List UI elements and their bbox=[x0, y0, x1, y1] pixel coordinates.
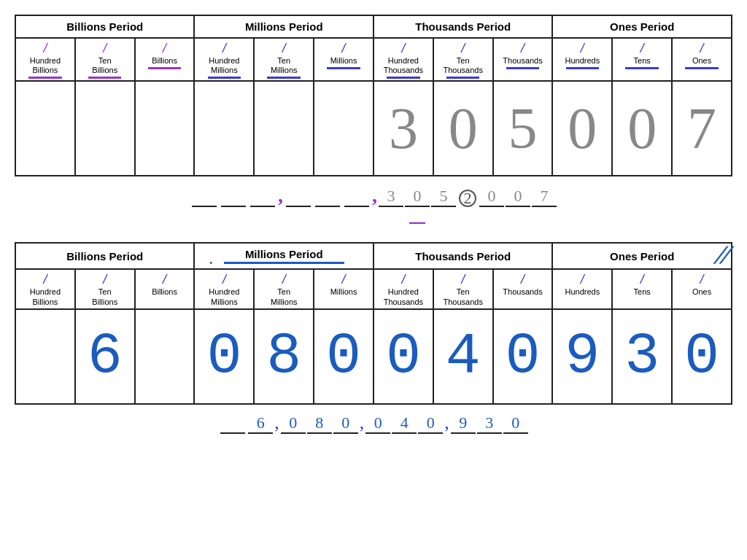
blank-3 bbox=[250, 206, 275, 207]
val-t-1: 5 bbox=[493, 81, 553, 176]
val-tm-1 bbox=[254, 81, 314, 176]
written-0b: 0 bbox=[479, 187, 504, 207]
tick-m-1: / bbox=[316, 42, 371, 55]
table2-section: Billions Period Millions Period • Thousa… bbox=[15, 242, 732, 404]
thousands-period-header-2: Thousands Period bbox=[374, 243, 552, 269]
purple-dash: — bbox=[102, 213, 732, 232]
written-5: 5 bbox=[431, 187, 456, 207]
val-m-1 bbox=[314, 81, 374, 176]
val-hm-1 bbox=[194, 81, 254, 176]
millions-header-2: / Millions bbox=[314, 269, 374, 308]
ten-millions-header-2: / TenMillions bbox=[254, 269, 314, 308]
blank-2-1 bbox=[220, 432, 245, 434]
underline-tb-1 bbox=[88, 77, 121, 79]
underline-ones-1 bbox=[685, 67, 719, 69]
blank-1 bbox=[192, 206, 217, 207]
billions-header-1: / Billions bbox=[135, 38, 195, 81]
tick-hm-1: / bbox=[196, 42, 252, 55]
hundred-millions-header-2: / HundredMillions bbox=[194, 269, 254, 308]
billions-period-header-1: Billions Period bbox=[15, 15, 194, 38]
ten-billions-header-1: / TenBillions bbox=[75, 38, 135, 81]
underline-t-1 bbox=[506, 67, 539, 69]
val-b-2 bbox=[135, 309, 195, 404]
written-3: 3 bbox=[477, 413, 502, 434]
underline-tt-1 bbox=[446, 77, 479, 79]
written-0-5: 0 bbox=[503, 413, 528, 434]
val-tb-2: 6 bbox=[75, 309, 135, 404]
written-9: 9 bbox=[451, 413, 476, 434]
tick-tt-1: / bbox=[436, 42, 491, 55]
val-hb-1 bbox=[15, 81, 75, 176]
written-0-3: 0 bbox=[365, 413, 390, 434]
thousands-period-header-1: Thousands Period bbox=[374, 15, 552, 38]
written-0-4: 0 bbox=[418, 413, 443, 434]
tick-b-1: / bbox=[137, 42, 193, 55]
underline-ht-1 bbox=[387, 77, 419, 79]
ten-millions-header-1: / TenMillions bbox=[254, 38, 314, 81]
underline-m-1 bbox=[327, 67, 360, 69]
val-tt-1: 0 bbox=[433, 81, 493, 176]
blank-2 bbox=[221, 206, 246, 207]
val-tt-2: 4 bbox=[433, 309, 493, 404]
written-0-2: 0 bbox=[333, 413, 358, 434]
val-ht-2: 0 bbox=[374, 309, 433, 404]
ones-header-1: / Ones bbox=[672, 38, 732, 81]
millions-period-header-1: Millions Period bbox=[194, 15, 373, 38]
tick-h-1: / bbox=[554, 42, 610, 55]
tick-tens-1: / bbox=[614, 42, 670, 55]
written-3: 3 bbox=[379, 187, 403, 207]
billions-header-2: / Billions bbox=[135, 269, 195, 308]
val-tens-2: 3 bbox=[612, 309, 672, 404]
hundred-thousands-header-1: / HundredThousands bbox=[374, 38, 433, 81]
written-0c: 0 bbox=[506, 187, 530, 207]
val-tm-2: 8 bbox=[254, 309, 314, 404]
millions-header-1: / Millions bbox=[314, 38, 374, 81]
ten-thousands-header-2: / TenThousands bbox=[433, 269, 493, 308]
val-tens-1: 0 bbox=[612, 81, 672, 176]
underline-tm-1 bbox=[267, 77, 300, 79]
ten-thousands-header-1: / TenThousands bbox=[433, 38, 493, 81]
ones-period-header-1: Ones Period bbox=[552, 15, 732, 38]
underline-tens-1 bbox=[625, 67, 658, 69]
thousands-header-1: / Thousands bbox=[493, 38, 553, 81]
underline-b-1 bbox=[148, 67, 181, 69]
tens-header-2: / Tens bbox=[612, 269, 672, 308]
hundred-thousands-header-2: / HundredThousands bbox=[374, 269, 433, 308]
written-4: 4 bbox=[392, 413, 417, 434]
number-line-2: 6 , 0 8 0 , 0 4 0 , 9 3 0 bbox=[15, 412, 732, 434]
val-hm-2: 0 bbox=[194, 309, 254, 404]
tens-header-1: / Tens bbox=[612, 38, 672, 81]
written-7: 7 bbox=[532, 187, 557, 207]
val-h-2: 9 bbox=[552, 309, 612, 404]
val-hb-2 bbox=[15, 309, 75, 404]
val-ones-2: 0 bbox=[672, 309, 732, 404]
written-0a: 0 bbox=[405, 187, 430, 207]
hundred-billions-header-2: / HundredBillions bbox=[15, 269, 75, 308]
comma-2-2: , bbox=[360, 412, 365, 434]
comma-1: , bbox=[278, 184, 283, 207]
blank-5 bbox=[315, 206, 340, 207]
place-value-table-1: Billions Period Millions Period Thousand… bbox=[15, 15, 732, 176]
ones-period-header-2: Ones Period ╱ ╱ bbox=[552, 243, 732, 269]
comma-2: , bbox=[372, 184, 377, 207]
place-value-table-2: Billions Period Millions Period • Thousa… bbox=[15, 242, 732, 404]
underline-h-1 bbox=[566, 67, 599, 69]
comma-2-1: , bbox=[274, 412, 279, 434]
written-8: 8 bbox=[307, 413, 332, 434]
millions-period-header-2: Millions Period • bbox=[194, 243, 373, 269]
tick-tb-1: / bbox=[77, 42, 133, 55]
tick-ht-1: / bbox=[376, 42, 431, 55]
billions-period-header-2: Billions Period bbox=[15, 243, 194, 269]
val-ht-1: 3 bbox=[374, 81, 433, 176]
tick-ones-1: / bbox=[674, 42, 729, 55]
hundreds-header-2: / Hundreds bbox=[552, 269, 612, 308]
val-t-2: 0 bbox=[493, 309, 553, 404]
tick-tm-1: / bbox=[256, 42, 311, 55]
val-m-2: 0 bbox=[314, 309, 374, 404]
hundred-billions-header-1: / HundredBillions bbox=[15, 38, 75, 81]
hundreds-header-1: / Hundreds bbox=[552, 38, 612, 81]
blank-4 bbox=[286, 206, 311, 207]
tick-t-1: / bbox=[495, 42, 551, 55]
written-0-1: 0 bbox=[281, 413, 306, 434]
val-tb-1 bbox=[75, 81, 135, 176]
